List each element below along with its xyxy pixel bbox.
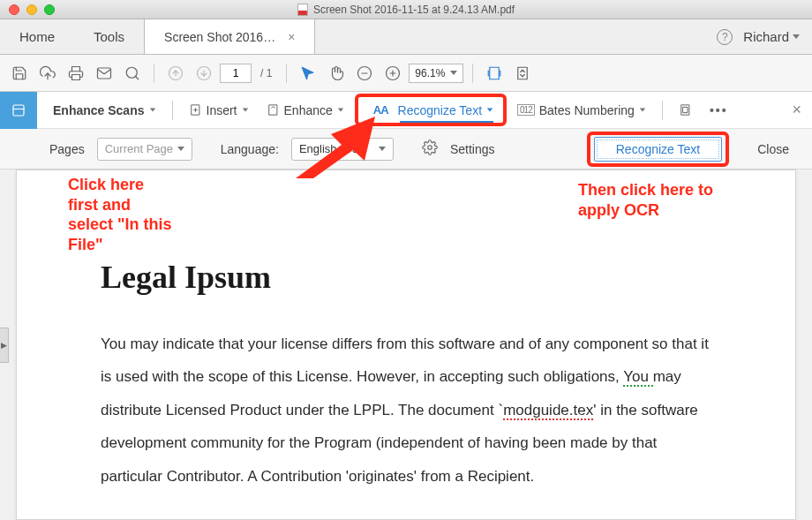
recognize-text-dropdown[interactable]: AA Recognize Text [361, 98, 500, 122]
pages-value: Current Page [105, 142, 173, 155]
chevron-down-icon [640, 109, 645, 112]
insert-label: Insert [207, 103, 237, 117]
zoom-level-dropdown[interactable]: 96.1% [409, 64, 463, 83]
bates-icon: 012 [517, 104, 535, 116]
svg-rect-22 [681, 105, 689, 115]
zoom-out-icon[interactable] [352, 61, 377, 86]
chevron-down-icon [149, 109, 154, 112]
language-value: English (US) [299, 142, 364, 155]
search-icon[interactable] [120, 61, 145, 86]
document-viewport: ▶ Legal Ipsum You may indicate that your… [0, 170, 812, 520]
bates-label: Bates Numbering [539, 103, 635, 117]
mail-icon[interactable] [92, 61, 117, 86]
zoom-value: 96.1% [415, 67, 445, 79]
window-title: Screen Shot 2016-11-15 at 9.24.13 AM.pdf [297, 4, 515, 16]
prev-page-icon[interactable] [163, 61, 188, 86]
insert-dropdown[interactable]: Insert [182, 100, 256, 121]
close-toolbar-icon[interactable]: × [781, 90, 812, 130]
tab-document-label: Screen Shot 2016… [164, 30, 275, 44]
annotation-left: Click here first and select "In this Fil… [68, 175, 174, 254]
svg-rect-16 [518, 67, 528, 79]
tab-tools[interactable]: Tools [74, 19, 144, 54]
selection-tool-icon[interactable] [296, 61, 320, 86]
svg-point-24 [428, 145, 432, 149]
tab-home[interactable]: Home [0, 19, 74, 54]
enhance-icon [267, 103, 280, 117]
recognize-text-label: Recognize Text [398, 103, 482, 117]
document-paragraph: You may indicate that your license diffe… [101, 328, 716, 493]
svg-line-3 [135, 76, 138, 79]
recognize-text-button[interactable]: Recognize Text [594, 137, 722, 162]
enhance-scans-toolbar: Enhance Scans Insert Enhance AA Recogniz… [0, 92, 812, 129]
chevron-down-icon [487, 109, 492, 112]
crop-icon[interactable] [672, 100, 699, 120]
chevron-down-icon [379, 147, 386, 151]
recognize-text-highlight: AA Recognize Text [355, 94, 507, 126]
bates-numbering-dropdown[interactable]: 012 Bates Numbering [510, 100, 653, 121]
chevron-down-icon [450, 71, 457, 75]
fit-page-icon[interactable] [510, 61, 535, 86]
chevron-down-icon [338, 109, 343, 112]
main-toolbar: / 1 96.1% [0, 55, 812, 92]
pages-dropdown[interactable]: Current Page [97, 138, 192, 161]
help-icon[interactable]: ? [717, 29, 733, 45]
svg-rect-23 [683, 107, 688, 112]
user-name: Richard [743, 29, 789, 44]
chevron-down-icon [793, 34, 800, 39]
svg-rect-17 [13, 105, 24, 116]
close-window-icon[interactable] [9, 4, 19, 15]
close-button[interactable]: Close [757, 142, 789, 156]
user-menu[interactable]: Richard [743, 29, 800, 44]
cloud-upload-icon[interactable] [35, 61, 60, 86]
enhance-scans-label: Enhance Scans [53, 103, 145, 117]
minimize-window-icon[interactable] [26, 4, 37, 15]
svg-rect-1 [98, 68, 111, 79]
recognize-button-highlight: Recognize Text [587, 132, 729, 167]
text-aa-icon: AA [373, 103, 388, 117]
window-title-bar: Screen Shot 2016-11-15 at 9.24.13 AM.pdf [0, 0, 812, 19]
annotation-right: Then click here to apply OCR [578, 180, 737, 220]
pdf-file-icon [297, 4, 308, 16]
window-title-text: Screen Shot 2016-11-15 at 9.24.13 AM.pdf [313, 4, 515, 16]
more-options-icon[interactable]: ••• [703, 100, 735, 121]
svg-rect-0 [72, 74, 80, 79]
hand-tool-icon[interactable] [324, 61, 349, 86]
traffic-lights [0, 4, 55, 15]
save-icon[interactable] [7, 61, 32, 86]
page-total-label: / 1 [260, 67, 272, 79]
settings-label[interactable]: Settings [450, 142, 495, 156]
print-icon[interactable] [64, 61, 88, 86]
zoom-in-icon[interactable] [380, 61, 405, 86]
language-label: Language: [221, 142, 279, 156]
app-tab-bar: Home Tools Screen Shot 2016… × ? Richard [0, 19, 812, 55]
chevron-down-icon [177, 147, 184, 151]
side-panel-toggle-icon[interactable]: ▶ [0, 328, 9, 363]
chevron-down-icon [242, 109, 247, 112]
page-number-input[interactable] [220, 64, 252, 83]
tab-close-icon[interactable]: × [288, 30, 295, 44]
language-dropdown[interactable]: English (US) [291, 138, 394, 161]
document-heading: Legal Ipsum [101, 259, 716, 296]
next-page-icon[interactable] [192, 61, 216, 86]
insert-page-icon [189, 103, 202, 117]
enhance-scans-dropdown[interactable]: Enhance Scans [46, 100, 163, 121]
maximize-window-icon[interactable] [44, 4, 55, 15]
gear-icon[interactable] [422, 139, 438, 159]
svg-rect-13 [490, 67, 500, 79]
recognize-settings-bar: Pages Current Page Language: English (US… [0, 129, 812, 170]
enhance-label: Enhance [284, 103, 333, 117]
pages-label: Pages [49, 142, 85, 156]
enhance-dropdown[interactable]: Enhance [259, 100, 351, 121]
enhance-scans-tool-icon[interactable] [0, 92, 37, 129]
fit-width-icon[interactable] [482, 61, 507, 86]
tab-document[interactable]: Screen Shot 2016… × [144, 19, 315, 54]
